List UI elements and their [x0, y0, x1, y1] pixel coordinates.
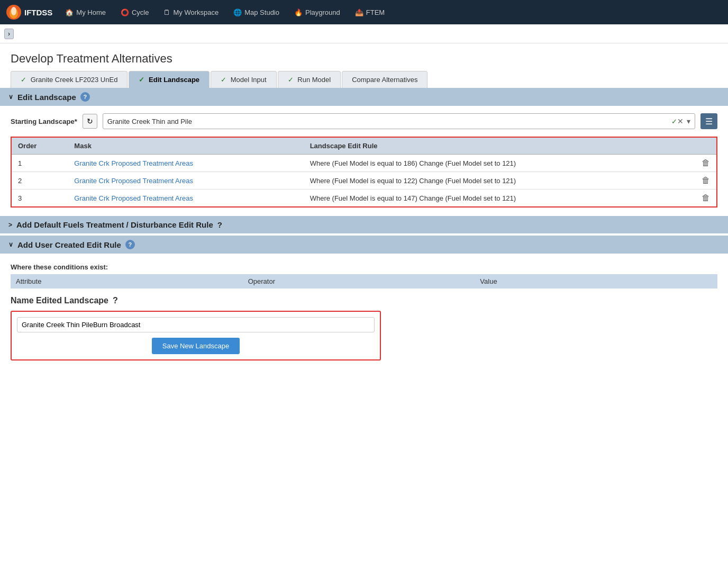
row-order-1: 2 — [12, 172, 68, 190]
mask-link-1[interactable]: Granite Crk Proposed Treatment Areas — [74, 177, 193, 185]
nav-cycle[interactable]: ⭕ Cycle — [114, 0, 156, 24]
name-landscape-help-icon[interactable]: ? — [113, 296, 118, 305]
check-icon-1: ✓ — [139, 76, 144, 84]
brand-name: IFTDSS — [24, 8, 52, 17]
page-title: Develop Treatment Alternatives — [0, 43, 728, 71]
row-order-2: 3 — [12, 190, 68, 207]
check-icon-0: ✓ — [21, 76, 26, 84]
delete-rule-button-2[interactable]: 🗑 — [702, 193, 710, 203]
tab-run-model[interactable]: ✓ Run Model — [278, 71, 341, 88]
edit-landscape-chevron: ∨ — [8, 93, 13, 101]
rules-table-container: Order Mask Landscape Edit Rule 1 Granite… — [11, 137, 717, 208]
user-edit-section: Where these conditions exist: Attribute … — [0, 254, 728, 288]
nav-my-home[interactable]: 🏠 My Home — [59, 0, 112, 24]
conditions-col-attribute: Attribute — [16, 277, 248, 285]
name-landscape-section: Name Edited Landscape ? Save New Landsca… — [0, 288, 728, 360]
add-user-help-icon[interactable]: ? — [125, 240, 135, 249]
conditions-table-header: Attribute Operator Value — [11, 274, 717, 288]
nav-my-home-label: My Home — [76, 8, 106, 16]
edit-landscape-title: Edit Landscape — [17, 93, 76, 102]
nav-map-studio[interactable]: 🌐 Map Studio — [227, 0, 286, 24]
table-row: 3 Granite Crk Proposed Treatment Areas W… — [12, 190, 716, 207]
landscape-name-input[interactable] — [17, 317, 375, 332]
starting-landscape-row: Starting Landscape* ↻ Granite Creek Thin… — [0, 106, 728, 137]
tab-run-model-label: Run Model — [297, 76, 331, 84]
mask-link-0[interactable]: Granite Crk Proposed Treatment Areas — [74, 159, 193, 167]
add-default-fuels-header[interactable]: > Add Default Fuels Treatment / Disturba… — [0, 216, 728, 233]
tab-model-input[interactable]: ✓ Model Input — [211, 71, 277, 88]
row-mask-2: Granite Crk Proposed Treatment Areas — [68, 190, 303, 207]
add-user-chevron: ∨ — [8, 241, 13, 248]
select-actions: ✕ ▾ — [677, 117, 690, 125]
col-order: Order — [12, 138, 68, 155]
row-delete-0: 🗑 — [695, 155, 716, 172]
nav-playground-label: Playground — [305, 8, 340, 16]
nav-ftem-label: FTEM — [366, 8, 385, 16]
add-default-title: Add Default Fuels Treatment / Disturbanc… — [16, 220, 213, 229]
map-studio-icon: 🌐 — [233, 8, 242, 16]
table-header-row: Order Mask Landscape Edit Rule — [12, 138, 716, 155]
nav-playground[interactable]: 🔥 Playground — [288, 0, 347, 24]
row-delete-2: 🗑 — [695, 190, 716, 207]
tab-granite-creek-lf2023-label: Granite Creek LF2023 UnEd — [31, 76, 118, 84]
home-icon: 🏠 — [65, 8, 74, 16]
mask-link-2[interactable]: Granite Crk Proposed Treatment Areas — [74, 194, 193, 202]
delete-rule-button-0[interactable]: 🗑 — [702, 158, 710, 168]
playground-icon: 🔥 — [294, 8, 303, 16]
tab-edit-landscape-label: Edit Landscape — [149, 76, 199, 84]
edit-landscape-header[interactable]: ∨ Edit Landscape ? — [0, 88, 728, 106]
table-row: 1 Granite Crk Proposed Treatment Areas W… — [12, 155, 716, 172]
nav-ftem[interactable]: 📤 FTEM — [349, 0, 391, 24]
starting-landscape-label: Starting Landscape* — [11, 118, 77, 125]
nav-my-workspace-label: My Workspace — [173, 8, 219, 16]
list-button[interactable]: ☰ — [700, 113, 717, 129]
landscape-select-value: Granite Creek Thin and Pile — [107, 118, 667, 125]
landscape-check-icon: ✓ — [671, 118, 677, 125]
add-default-help-icon[interactable]: ? — [217, 220, 222, 229]
edit-landscape-help-icon[interactable]: ? — [80, 92, 90, 102]
tab-edit-landscape[interactable]: ✓ Edit Landscape — [129, 71, 210, 88]
sidebar-toggle-button[interactable]: › — [4, 29, 14, 39]
nav-map-studio-label: Map Studio — [244, 8, 279, 16]
col-mask: Mask — [68, 138, 303, 155]
nav-cycle-label: Cycle — [132, 8, 149, 16]
name-landscape-title: Name Edited Landscape ? — [11, 296, 717, 305]
name-landscape-title-text: Name Edited Landscape — [11, 296, 108, 305]
select-clear-button[interactable]: ✕ — [677, 117, 684, 125]
tab-compare-alternatives-label: Compare Alternatives — [352, 76, 417, 84]
cycle-icon: ⭕ — [121, 8, 129, 16]
refresh-button[interactable]: ↻ — [83, 114, 97, 129]
delete-rule-button-1[interactable]: 🗑 — [702, 176, 710, 185]
row-delete-1: 🗑 — [695, 172, 716, 190]
select-dropdown-button[interactable]: ▾ — [687, 117, 690, 125]
col-landscape-edit-rule: Landscape Edit Rule — [304, 138, 695, 155]
navbar: IFTDSS 🏠 My Home ⭕ Cycle 🗒 My Workspace … — [0, 0, 728, 24]
add-user-title: Add User Created Edit Rule — [17, 240, 121, 249]
row-mask-0: Granite Crk Proposed Treatment Areas — [68, 155, 303, 172]
row-rule-0: Where (Fuel Model is equal to 186) Chang… — [304, 155, 695, 172]
row-rule-1: Where (Fuel Model is equal to 122) Chang… — [304, 172, 695, 190]
row-rule-2: Where (Fuel Model is equal to 147) Chang… — [304, 190, 695, 207]
nav-my-workspace[interactable]: 🗒 My Workspace — [157, 0, 225, 24]
conditions-label: Where these conditions exist: — [11, 259, 717, 274]
col-actions — [695, 138, 716, 155]
brand-logo — [5, 4, 22, 21]
landscape-select-container: Granite Creek Thin and Pile ✓ ✕ ▾ — [103, 113, 695, 129]
conditions-col-operator: Operator — [248, 277, 480, 285]
save-new-landscape-button[interactable]: Save New Landscape — [152, 338, 240, 354]
table-row: 2 Granite Crk Proposed Treatment Areas W… — [12, 172, 716, 190]
tab-granite-creek-lf2023[interactable]: ✓ Granite Creek LF2023 UnEd — [11, 71, 128, 88]
check-icon-3: ✓ — [288, 76, 294, 84]
tab-model-input-label: Model Input — [231, 76, 267, 84]
sidebar-toggle-bar: › — [0, 24, 728, 43]
workspace-icon: 🗒 — [163, 8, 170, 16]
tab-compare-alternatives[interactable]: Compare Alternatives — [342, 71, 427, 88]
add-user-edit-rule-header[interactable]: ∨ Add User Created Edit Rule ? — [0, 236, 728, 254]
rules-table: Order Mask Landscape Edit Rule 1 Granite… — [12, 138, 716, 206]
svg-point-2 — [11, 7, 16, 15]
row-mask-1: Granite Crk Proposed Treatment Areas — [68, 172, 303, 190]
brand: IFTDSS — [5, 4, 52, 21]
row-order-0: 1 — [12, 155, 68, 172]
conditions-col-value: Value — [480, 277, 712, 285]
check-icon-2: ✓ — [221, 76, 226, 84]
